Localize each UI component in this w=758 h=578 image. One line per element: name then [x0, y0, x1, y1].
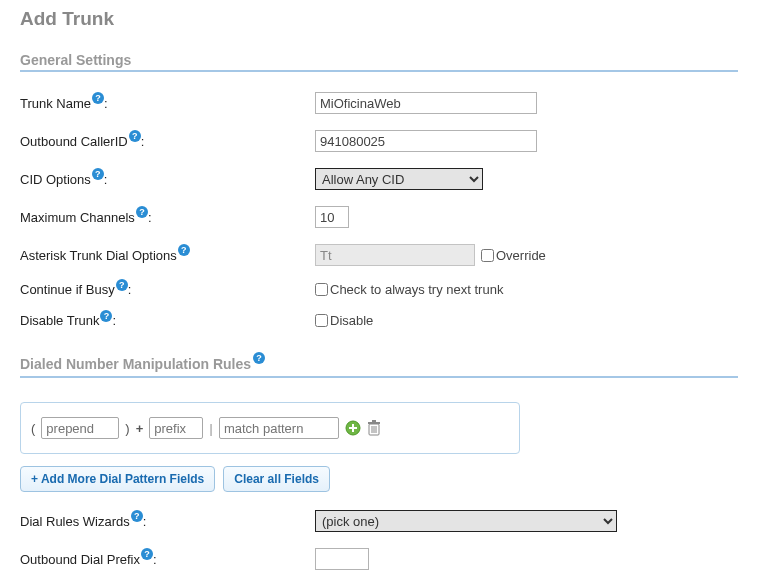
- label-continue-busy: Continue if Busy: [20, 282, 115, 297]
- help-icon[interactable]: ?: [116, 279, 128, 291]
- add-row-icon[interactable]: [345, 420, 361, 436]
- help-icon[interactable]: ?: [178, 244, 190, 256]
- dial-options-input: [315, 244, 475, 266]
- help-icon[interactable]: ?: [141, 548, 153, 560]
- help-icon[interactable]: ?: [92, 92, 104, 104]
- delete-row-icon[interactable]: [367, 420, 381, 436]
- max-channels-input[interactable]: [315, 206, 349, 228]
- row-dial-wizards: Dial Rules Wizards ?: (pick one): [20, 510, 738, 532]
- disable-trunk-label: Disable: [330, 313, 373, 328]
- outbound-cid-input[interactable]: [315, 130, 537, 152]
- svg-rect-5: [372, 420, 376, 422]
- section-general-title: General Settings: [20, 48, 738, 68]
- help-icon[interactable]: ?: [129, 130, 141, 142]
- page-title: Add Trunk: [20, 8, 738, 30]
- override-label: Override: [496, 248, 546, 263]
- label-disable-trunk: Disable Trunk: [20, 313, 99, 328]
- help-icon[interactable]: ?: [131, 510, 143, 522]
- dial-wizards-select[interactable]: (pick one): [315, 510, 617, 532]
- row-max-channels: Maximum Channels ?:: [20, 206, 738, 228]
- continue-busy-label: Check to always try next trunk: [330, 282, 503, 297]
- svg-rect-2: [349, 427, 357, 429]
- help-icon[interactable]: ?: [136, 206, 148, 218]
- prepend-input[interactable]: [41, 417, 119, 439]
- continue-busy-checkbox[interactable]: [315, 283, 328, 296]
- trunk-name-input[interactable]: [315, 92, 537, 114]
- section-divider: [20, 376, 738, 378]
- disable-trunk-checkbox[interactable]: [315, 314, 328, 327]
- label-dial-options: Asterisk Trunk Dial Options: [20, 248, 177, 263]
- row-trunk-name: Trunk Name ?:: [20, 92, 738, 114]
- row-cid-options: CID Options ?: Allow Any CID: [20, 168, 738, 190]
- add-more-fields-button[interactable]: + Add More Dial Pattern Fields: [20, 466, 215, 492]
- cid-options-select[interactable]: Allow Any CID: [315, 168, 483, 190]
- row-disable-trunk: Disable Trunk ?: Disable: [20, 313, 738, 328]
- dial-pattern-row: ( ) + |: [20, 402, 520, 454]
- override-checkbox[interactable]: [481, 249, 494, 262]
- label-cid-options: CID Options: [20, 172, 91, 187]
- clear-all-fields-button[interactable]: Clear all Fields: [223, 466, 330, 492]
- section-dial-rules-title: Dialed Number Manipulation Rules: [20, 352, 251, 372]
- row-outbound-prefix: Outbound Dial Prefix ?:: [20, 548, 738, 570]
- help-icon[interactable]: ?: [100, 310, 112, 322]
- help-icon[interactable]: ?: [92, 168, 104, 180]
- label-outbound-cid: Outbound CallerID: [20, 134, 128, 149]
- label-dial-wizards: Dial Rules Wizards: [20, 514, 130, 529]
- outbound-prefix-input[interactable]: [315, 548, 369, 570]
- row-outbound-cid: Outbound CallerID ?:: [20, 130, 738, 152]
- label-max-channels: Maximum Channels: [20, 210, 135, 225]
- section-divider: [20, 70, 738, 72]
- prefix-input[interactable]: [149, 417, 203, 439]
- label-trunk-name: Trunk Name: [20, 96, 91, 111]
- row-dial-options: Asterisk Trunk Dial Options ? Override: [20, 244, 738, 266]
- help-icon[interactable]: ?: [253, 352, 265, 364]
- row-continue-busy: Continue if Busy ?: Check to always try …: [20, 282, 738, 297]
- label-outbound-prefix: Outbound Dial Prefix: [20, 552, 140, 567]
- svg-rect-4: [368, 422, 380, 424]
- match-pattern-input[interactable]: [219, 417, 339, 439]
